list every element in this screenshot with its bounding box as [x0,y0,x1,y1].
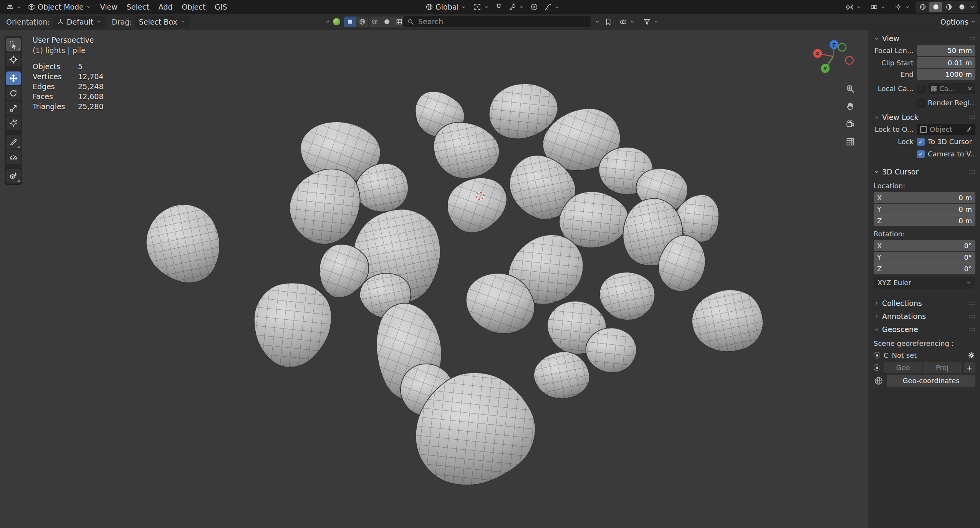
shading-solid-button[interactable] [929,2,942,12]
lock-to-object-field[interactable]: Object [917,124,975,135]
snap-with-select[interactable] [506,2,527,12]
cursor-rotation-y[interactable]: Y 0° [874,252,975,263]
proj-button[interactable]: Proj [923,362,962,373]
tool-cursor[interactable] [6,53,21,66]
drag-dropdown[interactable]: Select Box [135,16,190,28]
transform-orientation-select[interactable]: Global [422,2,469,12]
cursor-rotation-x[interactable]: X 0° [874,240,975,251]
panel-grip-icon[interactable] [969,36,975,41]
section-view-lock-header[interactable]: View Lock [874,111,975,124]
render-region-checkbox[interactable] [917,99,925,107]
crs-radio[interactable] [874,352,880,359]
cursor-location-y[interactable]: Y 0 m [874,204,975,215]
render-region-label: Render Regi... [928,99,975,107]
to-3d-cursor-checkbox[interactable]: ✓ [917,138,925,146]
gizmo-axis-z[interactable]: Z [830,40,839,49]
clear-icon[interactable]: ✕ [967,85,972,92]
camera-to-view-checkbox[interactable]: ✓ [917,150,925,158]
tool-scale[interactable] [6,101,21,115]
pencil-icon [9,138,18,147]
geo-button[interactable]: Geo [884,362,922,373]
section-annotations-header[interactable]: Annotations [874,310,975,323]
bookmark-button[interactable] [603,17,614,27]
mode-select[interactable]: Object Mode [25,2,94,12]
menu-gis[interactable]: GIS [210,0,232,14]
shading-material-button[interactable] [942,2,955,12]
menu-add[interactable]: Add [154,0,177,14]
shading-wireframe-button[interactable] [916,2,929,12]
funnel-icon [643,18,651,26]
search-field[interactable] [403,16,591,27]
local-camera-field[interactable]: Ca... ✕ [928,83,975,94]
overlay-options-dropdown[interactable] [616,17,638,27]
proportional-falloff-select[interactable] [541,2,563,12]
menu-view[interactable]: View [96,0,122,14]
display-toggle-1[interactable] [344,17,356,27]
chevron-down-icon [519,4,525,10]
panel-grip-icon[interactable] [969,314,975,319]
local-camera-checkbox[interactable] [917,85,925,93]
clip-end-field[interactable]: 1000 m [917,69,975,80]
menu-select[interactable]: Select [122,0,154,14]
xray-dropdown[interactable] [867,2,889,12]
proj-radio[interactable] [874,364,880,371]
cursor-rotation-z[interactable]: Z 0° [874,263,975,274]
panel-grip-icon[interactable] [969,115,975,120]
visibility-dropdown[interactable] [843,2,864,12]
gizmos-dropdown[interactable] [891,2,913,12]
orientation-dropdown[interactable]: Default [53,16,106,28]
clip-start-field[interactable]: 0.01 m [917,57,975,68]
display-toggle-3[interactable] [369,17,381,27]
gizmo-axis-y[interactable]: Y [821,64,830,73]
shading-mode-group [915,1,977,13]
panel-grip-icon[interactable] [969,301,975,306]
tool-add-cube[interactable] [6,169,21,183]
geo-coordinates-button[interactable]: Geo-coordinates [887,375,975,387]
ortho-toggle-button[interactable] [844,136,856,148]
panel-grip-icon[interactable] [969,169,975,174]
rotation-mode-dropdown[interactable]: XYZ Euler [874,277,975,289]
menu-object[interactable]: Object [177,0,210,14]
chevron-down-icon[interactable] [594,19,600,25]
snap-toggle[interactable] [493,2,505,12]
display-toggle-4[interactable] [381,17,393,27]
chevron-down-icon[interactable] [325,19,331,25]
chevron-down-icon [554,4,560,10]
filter-dropdown[interactable] [640,17,662,27]
section-geoscene-header[interactable]: Geoscene [874,323,975,336]
navigation-gizmo[interactable]: Z X Y [809,33,857,80]
section-3d-cursor-header[interactable]: 3D Cursor [874,165,975,178]
gizmo-axis-negy[interactable] [838,43,846,51]
gizmo-axis-negx[interactable] [846,56,853,64]
tool-annotate[interactable] [6,135,21,149]
options-dropdown[interactable]: Options [940,18,976,26]
camera-view-button[interactable] [844,118,856,130]
shading-rendered-button[interactable] [955,2,968,12]
cursor-location-x[interactable]: X 0 m [874,192,975,203]
section-view-header[interactable]: View [874,32,975,45]
add-crs-button[interactable]: + [964,362,975,373]
pan-button[interactable] [844,100,856,113]
viewport-3d[interactable]: User Perspective (1) lights | pile Objec… [0,30,868,528]
editor-type-button[interactable] [3,2,25,12]
tool-move[interactable] [6,71,21,85]
panel-grip-icon[interactable] [969,327,975,332]
object-mode-icon [27,3,36,11]
tool-measure[interactable] [6,150,21,164]
display-toggle-2[interactable] [356,17,368,27]
gear-icon[interactable] [967,351,975,359]
focal-length-field[interactable]: 50 mm [917,45,975,56]
section-collections-header[interactable]: Collections [874,297,975,310]
zoom-button[interactable] [844,83,856,95]
search-input[interactable] [417,17,587,26]
tool-select-box[interactable] [6,38,21,51]
tool-transform[interactable] [6,116,21,130]
shading-options-dropdown[interactable] [968,2,976,12]
gizmo-axis-x[interactable]: X [813,49,822,58]
tool-rotate[interactable] [6,86,21,100]
pivot-point-select[interactable] [470,2,492,12]
cursor-location-z[interactable]: Z 0 m [874,215,975,226]
eyedropper-icon[interactable] [966,126,972,133]
proportional-edit-toggle[interactable] [528,2,540,12]
green-sphere-icon[interactable] [333,18,340,25]
